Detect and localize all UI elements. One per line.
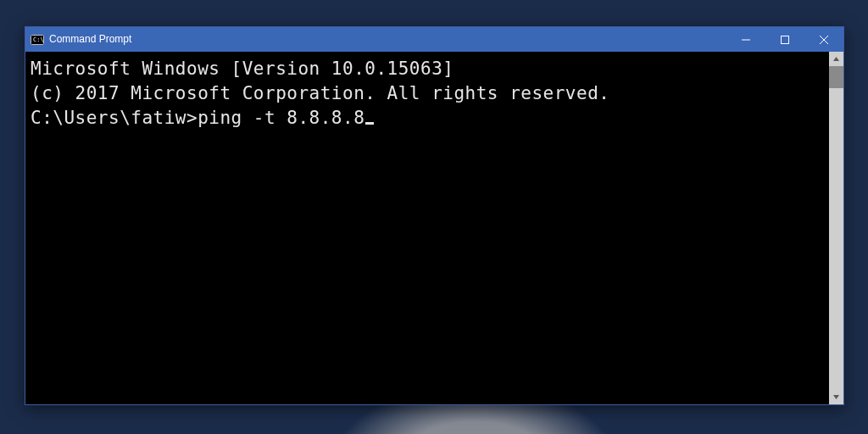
titlebar[interactable]: C:\ Command Prompt xyxy=(25,27,843,52)
maximize-button[interactable] xyxy=(765,27,804,52)
console-output[interactable]: Microsoft Windows [Version 10.0.15063](c… xyxy=(25,52,829,404)
console-line: (c) 2017 Microsoft Corporation. All righ… xyxy=(31,81,827,106)
text-cursor xyxy=(365,122,374,125)
scrollbar-thumb[interactable] xyxy=(829,66,843,88)
scroll-down-button[interactable] xyxy=(829,390,843,404)
window-controls xyxy=(726,27,843,52)
vertical-scrollbar[interactable] xyxy=(829,52,843,404)
svg-text:C:\: C:\ xyxy=(33,36,44,43)
scroll-up-button[interactable] xyxy=(829,52,843,66)
typed-command: ping -t 8.8.8.8 xyxy=(198,108,364,128)
svg-marker-7 xyxy=(833,395,839,399)
command-prompt-icon: C:\ xyxy=(31,33,44,47)
svg-rect-2 xyxy=(742,39,750,40)
console-prompt-line: C:\Users\fatiw>ping -t 8.8.8.8 xyxy=(31,106,827,131)
svg-rect-3 xyxy=(782,36,789,43)
prompt-path: C:\Users\fatiw> xyxy=(31,108,198,128)
window-client-area: Microsoft Windows [Version 10.0.15063](c… xyxy=(25,52,843,404)
desktop-background: C:\ Command Prompt xyxy=(0,0,868,434)
window-title: Command Prompt xyxy=(49,27,131,52)
close-button[interactable] xyxy=(804,27,843,52)
minimize-button[interactable] xyxy=(726,27,765,52)
svg-marker-6 xyxy=(833,57,839,61)
console-line: Microsoft Windows [Version 10.0.15063] xyxy=(31,57,827,81)
scrollbar-track[interactable] xyxy=(829,66,843,390)
command-prompt-window: C:\ Command Prompt xyxy=(25,26,844,405)
